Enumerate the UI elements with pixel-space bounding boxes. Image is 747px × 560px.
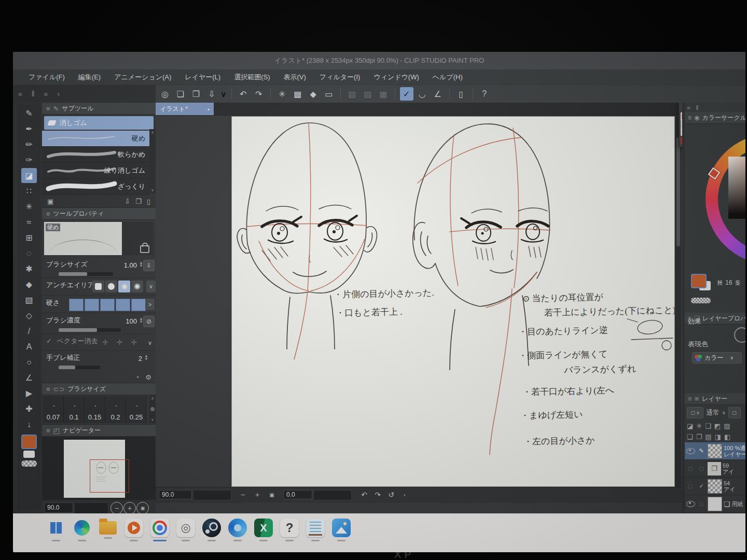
divider-handle-icon[interactable]: ‖ — [696, 104, 698, 111]
smooth-brush-icon[interactable]: ◡ — [416, 87, 429, 101]
menu-item-5[interactable]: 表示(V) — [284, 73, 306, 82]
excel-icon[interactable]: X — [251, 514, 276, 550]
subtool-group-eraser[interactable]: 消しゴム — [44, 116, 154, 130]
menu-item-8[interactable]: ヘルプ(H) — [433, 73, 463, 82]
figure-tool-icon[interactable]: ⊞ — [21, 230, 37, 245]
chevron-down-icon[interactable]: ∨ — [220, 89, 227, 99]
zoom-in-icon[interactable]: + — [252, 489, 262, 500]
fill-tool-icon[interactable]: ◆ — [21, 277, 37, 292]
zoom-in-icon[interactable]: + — [123, 502, 136, 514]
canvas-rotation-field[interactable]: 0.0 — [283, 490, 312, 499]
color-history-titlebar[interactable]: ≡ カラーヒストリー – × — [679, 103, 682, 111]
edge-browser-icon[interactable] — [69, 514, 95, 550]
divider-handle-icon[interactable]: ‖ — [32, 90, 35, 98]
hand-tool-icon[interactable]: ✚ — [21, 401, 37, 416]
stabilization-value[interactable]: 2 — [139, 355, 142, 362]
subtool-tab[interactable]: ≡ ✎ サブツール — [42, 103, 156, 115]
ruler-layer-icon[interactable]: ✳ — [696, 422, 702, 430]
ruler-snap-icon[interactable]: ∠ — [431, 87, 445, 101]
trash-icon[interactable]: ▯ — [147, 198, 150, 205]
brush-size-panel-tab[interactable]: ≡ ⊂⊃ ブラシサイズ — [42, 383, 156, 395]
clip-studio-logo-icon[interactable]: ◎ — [158, 87, 172, 101]
aa-chevron-icon[interactable]: ∨ — [146, 281, 156, 292]
scroll-down-icon[interactable]: ∨ — [151, 417, 154, 422]
eye-icon[interactable] — [686, 501, 695, 507]
gradient-tool-icon[interactable]: ▧ — [21, 292, 37, 307]
layer-panel-tab[interactable]: ≡ ≋ レイヤー — [685, 393, 745, 405]
decoration-tool-icon[interactable]: ✳ — [21, 199, 37, 214]
saturation-value-box[interactable] — [728, 157, 745, 219]
menu-item-4[interactable]: 選択範囲(S) — [234, 73, 270, 82]
layer-type-dropdown[interactable]: ▢∨ — [687, 407, 703, 418]
brush-size-preset-3[interactable]: 0.2 — [105, 396, 126, 423]
clear-icon[interactable]: ✳ — [275, 87, 289, 101]
panel-menu-icon[interactable]: ≡ — [688, 395, 691, 402]
new-folder-icon[interactable]: ▤ — [705, 433, 711, 441]
brush-size-preset-4[interactable]: 0.25 — [126, 396, 147, 423]
visibility-cell[interactable]: ▢ — [686, 466, 695, 471]
menu-item-1[interactable]: 編集(E) — [78, 73, 101, 82]
menu-item-0[interactable]: ファイル(F) — [29, 73, 65, 82]
clip-studio-paint-icon[interactable]: ? — [276, 514, 302, 550]
tool-property-tab[interactable]: ≡ ツールプロパティ — [42, 208, 156, 220]
brush-size-value[interactable]: 1.00 — [124, 261, 137, 269]
photos-icon[interactable] — [328, 514, 354, 550]
merge-layer-icon[interactable]: ◧ — [724, 433, 730, 441]
panel-menu-icon[interactable]: ≡ — [688, 114, 691, 121]
back-icon[interactable]: ‹ — [399, 489, 410, 500]
layer-thumbnail[interactable]: ❐ — [708, 462, 721, 475]
layer-row-0[interactable]: ✎100 %通レイヤー — [685, 442, 745, 460]
zoom-out-icon[interactable]: − — [110, 502, 123, 514]
panel-menu-icon[interactable]: ≡ — [46, 427, 50, 435]
edit-cell[interactable]: ✓ — [697, 483, 706, 489]
brush-size-preset-0[interactable]: 0.07 — [43, 396, 64, 423]
layer-row-3[interactable]: ▢❏用紙 — [685, 495, 745, 513]
tablet-mode-icon[interactable]: ▯ — [454, 87, 468, 101]
subtool-item-2[interactable]: 練り消しゴム — [42, 163, 149, 179]
crop-frame-icon[interactable]: ▭ — [322, 87, 336, 101]
blue-swirl-app-icon[interactable] — [225, 514, 251, 550]
color-circle-tab[interactable]: ≡ ◉ カラーサークル — [685, 112, 745, 124]
recent-color-swatch[interactable] — [681, 137, 682, 144]
redo-icon[interactable]: ↷ — [252, 87, 266, 101]
panel-menu-icon[interactable]: ≡ — [46, 385, 50, 393]
navigator-zoom-field[interactable]: 90.0 — [44, 502, 73, 513]
edit-cell[interactable]: ▢ — [697, 501, 706, 507]
select-area-icon[interactable]: ▧ — [345, 87, 359, 101]
visibility-cell[interactable] — [686, 501, 695, 507]
aa-none-button[interactable] — [92, 281, 104, 292]
rotate-right-icon[interactable]: ↷ — [372, 489, 383, 500]
transparent-color-swatch[interactable] — [691, 298, 711, 303]
rotate-left-icon[interactable]: ↶ — [359, 489, 369, 500]
reset-rotation-icon[interactable]: ↺ — [386, 489, 396, 500]
text-tool-icon[interactable]: A — [21, 339, 37, 354]
subtool-item-3[interactable]: ざっくり — [42, 179, 149, 195]
wrench-icon[interactable]: ⚙ — [145, 373, 151, 381]
chrome-browser-icon[interactable] — [147, 514, 173, 550]
lock-layer-icon[interactable]: ◩ — [714, 422, 721, 430]
brush-size-scrollbar[interactable]: ∧ ∨ — [149, 395, 156, 423]
collapse-left-icon[interactable]: « — [44, 90, 48, 98]
foreground-color-swatch[interactable] — [691, 274, 707, 288]
menu-item-6[interactable]: フィルター(I) — [320, 73, 361, 82]
menu-item-3[interactable]: レイヤー(L) — [185, 73, 220, 82]
transfer-layer-icon[interactable]: ◨ — [715, 433, 721, 441]
edit-cell[interactable]: ✎ — [697, 447, 706, 454]
aa-weak-button[interactable] — [105, 281, 117, 292]
canvas-tab[interactable]: イラスト* ● — [156, 103, 214, 115]
new-file-icon[interactable]: ❏ — [174, 87, 187, 101]
vector-erase-mode-icons[interactable]: ✛ ✛ ✛ — [102, 338, 140, 346]
brush-size-stepper[interactable]: ▲▼ — [139, 261, 143, 268]
opacity-dropdown[interactable]: ▢ — [728, 407, 741, 418]
undo-icon[interactable]: ↶ — [237, 87, 250, 101]
color-swatch[interactable] — [681, 120, 682, 128]
aa-strong-button[interactable] — [131, 281, 143, 292]
panel-menu-icon[interactable]: ≡ — [46, 210, 50, 218]
stabilization-stepper[interactable]: ▲▼ — [144, 355, 148, 361]
vector-erase-check-icon[interactable]: ✓ — [46, 337, 52, 345]
brush-tool-icon[interactable]: ✑ — [21, 152, 37, 167]
edit-cell[interactable]: ▢ — [697, 466, 706, 471]
pen-tool-icon[interactable]: ✒ — [21, 121, 37, 136]
color-swatch[interactable] — [681, 128, 682, 136]
steam-icon[interactable] — [199, 514, 225, 550]
